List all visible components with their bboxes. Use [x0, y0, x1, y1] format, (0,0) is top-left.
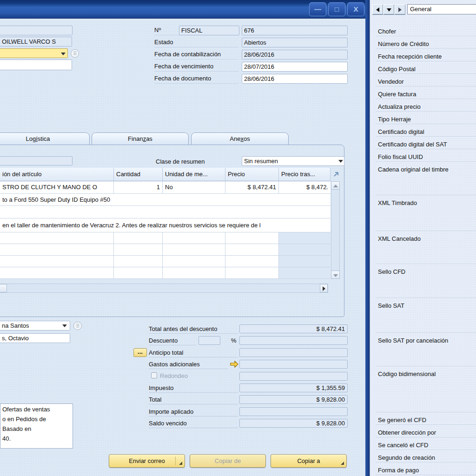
empty-cell[interactable]	[0, 244, 114, 256]
rounding-checkbox[interactable]	[151, 372, 157, 378]
udf-row[interactable]: Se canceló el CFD	[370, 441, 476, 454]
udf-row[interactable]: Sello SAT por cancelación	[370, 337, 476, 370]
col-header-price[interactable]: Precio	[225, 168, 279, 181]
empty-cell[interactable]	[0, 232, 114, 244]
udf-row[interactable]: Folio fiscal UUID	[370, 153, 476, 165]
maximize-button[interactable]: □	[328, 2, 345, 16]
table-vertical-scrollbar[interactable]	[331, 181, 340, 279]
horizontal-scroll-thumb[interactable]	[0, 284, 7, 292]
prev-category-icon[interactable]	[372, 4, 383, 14]
udf-row[interactable]: Código bidimensional	[370, 370, 476, 416]
empty-cell[interactable]	[279, 267, 331, 279]
expand-table-icon[interactable]	[332, 170, 340, 178]
chevron-down-icon[interactable]	[62, 324, 67, 327]
udf-row[interactable]: Número de Crédito	[370, 40, 476, 53]
due-date-field[interactable]: 28/07/2016	[242, 62, 348, 72]
scroll-down-icon[interactable]	[331, 271, 340, 279]
empty-cell[interactable]	[114, 244, 163, 256]
table-text-row[interactable]: en el taller de mantenimiento de Veracru…	[0, 218, 331, 232]
link-arrow-icon[interactable]	[230, 360, 239, 368]
button-menu-icon[interactable]	[179, 462, 182, 465]
table-horizontal-scrollbar[interactable]	[0, 284, 328, 293]
cell-description[interactable]: STRO DE CLUTCH Y MANO DE O	[0, 181, 114, 194]
empty-cell[interactable]	[163, 256, 225, 267]
window-titlebar[interactable]: — □ X	[0, 0, 368, 19]
send-mail-button[interactable]: Enviar correo	[109, 454, 185, 468]
table-text-row[interactable]: to a Ford 550 Super Duty ID Equipo #50	[0, 194, 331, 206]
button-menu-icon[interactable]	[341, 462, 344, 465]
copy-to-button[interactable]: Copiar a	[271, 454, 347, 468]
udf-row[interactable]: Forma de pago	[370, 466, 476, 476]
udf-row[interactable]: Sello CFD	[370, 268, 476, 302]
empty-cell[interactable]	[225, 256, 279, 267]
empty-cell[interactable]	[114, 256, 163, 267]
table-text-row[interactable]	[0, 206, 331, 218]
choose-from-list-icon[interactable]: ☰	[71, 49, 79, 58]
col-header-uom[interactable]: Unidad de me...	[163, 168, 225, 181]
item-service-field[interactable]	[0, 156, 73, 165]
udf-row[interactable]: Sello SAT	[370, 302, 476, 337]
posting-date-field[interactable]: 28/06/2016	[242, 50, 348, 60]
udf-row[interactable]: Vendedor	[370, 78, 476, 90]
customer-code-field[interactable]	[0, 26, 73, 35]
col-header-quantity[interactable]: Cantidad	[114, 168, 163, 181]
udf-row[interactable]: Certificado digital	[370, 128, 476, 140]
owner-field[interactable]: s, Octavio	[0, 333, 70, 343]
empty-cell[interactable]	[279, 244, 331, 256]
doc-series-field[interactable]: FISCAL	[179, 26, 239, 35]
doc-date-field[interactable]: 28/06/2016	[242, 74, 348, 84]
contact-person-dropdown[interactable]	[0, 48, 68, 58]
category-field[interactable]: General	[407, 4, 476, 14]
cell-price[interactable]: $ 8,472.41	[225, 181, 279, 194]
udf-row[interactable]: XML Cancelado	[370, 235, 476, 268]
close-button[interactable]: X	[347, 2, 364, 16]
doc-number-field[interactable]: 676	[242, 26, 348, 35]
udf-row[interactable]: Tipo Herraje	[370, 115, 476, 128]
udf-row[interactable]: Segundo de creación	[370, 454, 476, 466]
udf-row[interactable]: Se generó el CFD	[370, 416, 476, 429]
empty-cell[interactable]	[163, 232, 225, 244]
empty-cell[interactable]	[225, 244, 279, 256]
cell-uom[interactable]: No	[163, 181, 225, 194]
col-header-price-after[interactable]: Precio tras...	[279, 168, 331, 181]
empty-cell[interactable]	[0, 256, 114, 267]
udf-row[interactable]: Obtener dirección por	[370, 429, 476, 441]
udf-row[interactable]: Cadena original del timbre	[370, 165, 476, 199]
empty-cell[interactable]	[225, 267, 279, 279]
udf-row[interactable]: Certificado digital del SAT	[370, 140, 476, 153]
udf-row[interactable]: Fecha recepción cliente	[370, 53, 476, 65]
category-menu-icon[interactable]	[383, 4, 394, 14]
empty-cell[interactable]	[279, 256, 331, 267]
empty-cell[interactable]	[0, 267, 114, 279]
summary-type-dropdown[interactable]: Sin resumen	[242, 156, 344, 166]
empty-cell[interactable]	[225, 232, 279, 244]
col-header-description[interactable]: ión del artículo	[0, 168, 114, 181]
scroll-right-icon[interactable]	[320, 284, 328, 292]
udf-row[interactable]: Actualiza precio	[370, 103, 476, 115]
reference-field[interactable]	[0, 60, 72, 70]
tab-anexos[interactable]: Anexos	[191, 132, 289, 145]
udf-row[interactable]: Chofer	[370, 27, 476, 40]
minimize-button[interactable]: —	[309, 2, 326, 16]
empty-cell[interactable]	[279, 232, 331, 244]
choose-from-list-icon[interactable]: ☰	[73, 322, 82, 330]
tab-logistica[interactable]: Logística	[0, 132, 90, 145]
discount-percent-field[interactable]	[198, 336, 220, 345]
tab-finanzas[interactable]: Finanzas	[92, 132, 189, 145]
next-category-icon[interactable]	[395, 4, 405, 14]
udf-row[interactable]: XML Timbrado	[370, 199, 476, 235]
chevron-down-icon[interactable]	[338, 160, 343, 163]
empty-cell[interactable]	[114, 232, 163, 244]
comments-textarea[interactable]: Ofertas de ventas o en Pedidos de Basado…	[0, 403, 73, 449]
customer-name-field[interactable]: OILWELL VARCO S	[0, 37, 72, 46]
cell-price-after[interactable]: $ 8,472.	[279, 181, 331, 194]
down-payment-button[interactable]: ...	[133, 348, 147, 357]
empty-cell[interactable]	[163, 244, 225, 256]
copy-from-button[interactable]: Copiar de	[190, 454, 266, 468]
scroll-up-icon[interactable]	[331, 181, 340, 190]
cell-quantity[interactable]: 1	[114, 181, 163, 194]
udf-row[interactable]: Código Postal	[370, 65, 476, 78]
empty-cell[interactable]	[163, 267, 225, 279]
status-field[interactable]: Abiertos	[242, 38, 348, 47]
empty-cell[interactable]	[114, 267, 163, 279]
